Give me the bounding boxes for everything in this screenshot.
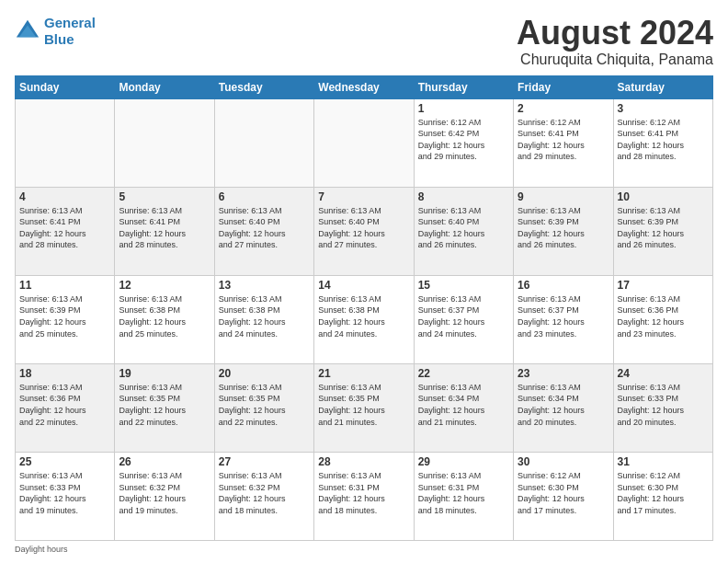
calendar-cell: 17Sunrise: 6:13 AM Sunset: 6:36 PM Dayli… [613,275,712,363]
calendar-week-3: 11Sunrise: 6:13 AM Sunset: 6:39 PM Dayli… [16,275,713,363]
day-info: Sunrise: 6:13 AM Sunset: 6:40 PM Dayligh… [318,205,409,251]
calendar-cell: 15Sunrise: 6:13 AM Sunset: 6:37 PM Dayli… [414,275,513,363]
calendar-cell: 10Sunrise: 6:13 AM Sunset: 6:39 PM Dayli… [613,187,712,275]
day-number: 6 [219,190,310,203]
logo: General Blue [15,15,96,48]
calendar-cell: 8Sunrise: 6:13 AM Sunset: 6:40 PM Daylig… [414,187,513,275]
title-block: August 2024 Churuquita Chiquita, Panama [517,15,713,68]
day-info: Sunrise: 6:13 AM Sunset: 6:39 PM Dayligh… [518,205,609,251]
day-info: Sunrise: 6:13 AM Sunset: 6:38 PM Dayligh… [119,293,210,339]
day-info: Sunrise: 6:13 AM Sunset: 6:39 PM Dayligh… [618,205,709,251]
col-wednesday: Wednesday [314,75,414,98]
calendar-cell: 24Sunrise: 6:13 AM Sunset: 6:33 PM Dayli… [613,363,712,452]
logo-icon [15,18,40,44]
col-thursday: Thursday [414,75,513,98]
day-info: Sunrise: 6:13 AM Sunset: 6:39 PM Dayligh… [19,293,110,339]
day-info: Sunrise: 6:12 AM Sunset: 6:30 PM Dayligh… [518,470,609,516]
day-info: Sunrise: 6:12 AM Sunset: 6:42 PM Dayligh… [418,117,509,163]
day-number: 1 [418,102,509,115]
calendar-week-4: 18Sunrise: 6:13 AM Sunset: 6:36 PM Dayli… [16,363,713,452]
calendar-cell: 14Sunrise: 6:13 AM Sunset: 6:38 PM Dayli… [314,275,414,363]
calendar-cell: 27Sunrise: 6:13 AM Sunset: 6:32 PM Dayli… [214,452,313,540]
day-number: 29 [418,455,509,468]
calendar-cell: 3Sunrise: 6:12 AM Sunset: 6:41 PM Daylig… [613,98,712,187]
calendar-cell: 31Sunrise: 6:12 AM Sunset: 6:30 PM Dayli… [613,452,712,540]
day-info: Sunrise: 6:12 AM Sunset: 6:41 PM Dayligh… [518,117,609,163]
day-number: 2 [518,102,609,115]
day-info: Sunrise: 6:12 AM Sunset: 6:41 PM Dayligh… [618,117,709,163]
logo-line1: General [44,15,96,30]
footer: Daylight hours [15,545,713,554]
day-number: 24 [618,367,709,380]
day-info: Sunrise: 6:13 AM Sunset: 6:33 PM Dayligh… [19,470,110,516]
day-number: 27 [219,455,310,468]
page: General Blue August 2024 Churuquita Chiq… [0,0,728,563]
day-info: Sunrise: 6:13 AM Sunset: 6:35 PM Dayligh… [119,382,210,428]
calendar-cell: 12Sunrise: 6:13 AM Sunset: 6:38 PM Dayli… [115,275,214,363]
day-info: Sunrise: 6:13 AM Sunset: 6:38 PM Dayligh… [318,293,409,339]
col-sunday: Sunday [16,75,115,98]
day-number: 31 [618,455,709,468]
day-number: 16 [518,279,609,292]
calendar-cell: 23Sunrise: 6:13 AM Sunset: 6:34 PM Dayli… [514,363,613,452]
calendar-cell: 5Sunrise: 6:13 AM Sunset: 6:41 PM Daylig… [115,187,214,275]
calendar-cell: 1Sunrise: 6:12 AM Sunset: 6:42 PM Daylig… [414,98,513,187]
calendar-cell: 9Sunrise: 6:13 AM Sunset: 6:39 PM Daylig… [514,187,613,275]
col-tuesday: Tuesday [214,75,313,98]
calendar-cell: 11Sunrise: 6:13 AM Sunset: 6:39 PM Dayli… [16,275,115,363]
header: General Blue August 2024 Churuquita Chiq… [15,15,713,68]
day-number: 17 [618,279,709,292]
calendar-week-1: 1Sunrise: 6:12 AM Sunset: 6:42 PM Daylig… [16,98,713,187]
day-number: 10 [618,190,709,203]
day-info: Sunrise: 6:13 AM Sunset: 6:34 PM Dayligh… [518,382,609,428]
day-info: Sunrise: 6:13 AM Sunset: 6:36 PM Dayligh… [618,293,709,339]
day-info: Sunrise: 6:13 AM Sunset: 6:41 PM Dayligh… [19,205,110,251]
day-number: 13 [219,279,310,292]
day-number: 28 [318,455,409,468]
calendar-cell: 21Sunrise: 6:13 AM Sunset: 6:35 PM Dayli… [314,363,414,452]
day-number: 3 [618,102,709,115]
calendar-cell [115,98,214,187]
day-info: Sunrise: 6:13 AM Sunset: 6:35 PM Dayligh… [219,382,310,428]
day-number: 5 [119,190,210,203]
calendar-cell [214,98,313,187]
calendar-cell: 19Sunrise: 6:13 AM Sunset: 6:35 PM Dayli… [115,363,214,452]
day-number: 22 [418,367,509,380]
calendar-cell: 20Sunrise: 6:13 AM Sunset: 6:35 PM Dayli… [214,363,313,452]
day-number: 20 [219,367,310,380]
day-info: Sunrise: 6:13 AM Sunset: 6:37 PM Dayligh… [518,293,609,339]
col-monday: Monday [115,75,214,98]
day-info: Sunrise: 6:13 AM Sunset: 6:35 PM Dayligh… [318,382,409,428]
day-info: Sunrise: 6:13 AM Sunset: 6:40 PM Dayligh… [418,205,509,251]
day-number: 4 [19,190,110,203]
day-info: Sunrise: 6:13 AM Sunset: 6:40 PM Dayligh… [219,205,310,251]
day-number: 18 [19,367,110,380]
day-number: 15 [418,279,509,292]
calendar-header-row: Sunday Monday Tuesday Wednesday Thursday… [16,75,713,98]
day-number: 9 [518,190,609,203]
day-info: Sunrise: 6:12 AM Sunset: 6:30 PM Dayligh… [618,470,709,516]
day-info: Sunrise: 6:13 AM Sunset: 6:36 PM Dayligh… [19,382,110,428]
col-saturday: Saturday [613,75,712,98]
calendar-cell [16,98,115,187]
day-info: Sunrise: 6:13 AM Sunset: 6:34 PM Dayligh… [418,382,509,428]
day-info: Sunrise: 6:13 AM Sunset: 6:33 PM Dayligh… [618,382,709,428]
calendar-cell: 16Sunrise: 6:13 AM Sunset: 6:37 PM Dayli… [514,275,613,363]
calendar-cell: 18Sunrise: 6:13 AM Sunset: 6:36 PM Dayli… [16,363,115,452]
month-title: August 2024 [517,15,713,52]
subtitle: Churuquita Chiquita, Panama [517,52,713,68]
col-friday: Friday [514,75,613,98]
calendar-cell: 26Sunrise: 6:13 AM Sunset: 6:32 PM Dayli… [115,452,214,540]
day-number: 19 [119,367,210,380]
calendar-cell: 29Sunrise: 6:13 AM Sunset: 6:31 PM Dayli… [414,452,513,540]
logo-line2: Blue [44,31,74,47]
day-number: 8 [418,190,509,203]
day-info: Sunrise: 6:13 AM Sunset: 6:32 PM Dayligh… [219,470,310,516]
day-number: 23 [518,367,609,380]
calendar-cell: 7Sunrise: 6:13 AM Sunset: 6:40 PM Daylig… [314,187,414,275]
day-info: Sunrise: 6:13 AM Sunset: 6:31 PM Dayligh… [418,470,509,516]
calendar-table: Sunday Monday Tuesday Wednesday Thursday… [15,75,713,541]
day-number: 30 [518,455,609,468]
day-info: Sunrise: 6:13 AM Sunset: 6:41 PM Dayligh… [119,205,210,251]
day-number: 25 [19,455,110,468]
